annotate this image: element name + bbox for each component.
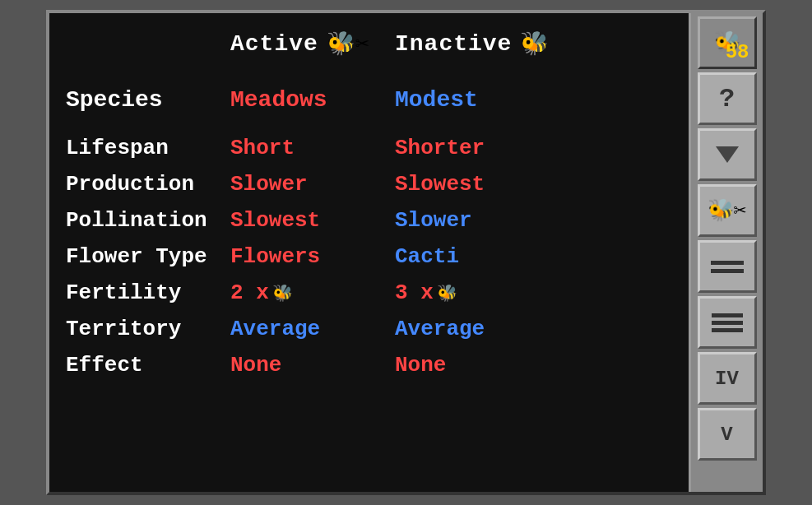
flower-type-row: Flower Type Flowers Cacti	[66, 239, 672, 274]
ii-button[interactable]	[698, 240, 757, 293]
effect-inactive-value: None	[395, 353, 559, 378]
pollination-active-value: Slowest	[230, 208, 395, 233]
fertility-inactive-bee: 🐝	[437, 283, 457, 303]
question-mark-icon: ?	[719, 84, 735, 114]
main-window: Active 🐝✂️ Inactive 🐝 Species Meadows Mo…	[46, 10, 766, 495]
pause-icon	[711, 261, 744, 273]
fertility-inactive-value: 3 x 🐝	[395, 280, 559, 305]
territory-row: Territory Average Average	[66, 312, 672, 346]
counter-button[interactable]: 🐝 58	[698, 16, 757, 69]
production-inactive-value: Slowest	[395, 172, 559, 197]
pollination-row: Pollination Slowest Slower	[66, 203, 672, 238]
fertility-active-bee: 🐝	[272, 283, 293, 303]
bee-button[interactable]: 🐝✂️	[698, 184, 757, 237]
flower-type-active-value: Flowers	[230, 244, 395, 269]
species-active-value: Meadows	[230, 87, 395, 113]
lifespan-label: Lifespan	[66, 136, 230, 160]
active-bee-icon: 🐝✂️	[327, 30, 369, 58]
header-row: Active 🐝✂️ Inactive 🐝	[230, 21, 672, 74]
fertility-row: Fertility 2 x 🐝 3 x 🐝	[66, 276, 672, 310]
arrow-down-button[interactable]	[698, 128, 757, 181]
territory-label: Territory	[66, 317, 230, 341]
pollination-inactive-value: Slower	[395, 208, 559, 233]
arrow-down-icon	[716, 146, 739, 163]
active-label: Active	[230, 31, 318, 57]
iv-button[interactable]: IV	[698, 352, 757, 405]
fertility-active-value: 2 x 🐝	[230, 280, 395, 305]
lifespan-row: Lifespan Short Shorter	[66, 131, 672, 165]
territory-inactive-value: Average	[395, 317, 559, 341]
sidebar: 🐝 58 ? 🐝✂️	[689, 13, 763, 492]
content-area: Active 🐝✂️ Inactive 🐝 Species Meadows Mo…	[49, 13, 689, 492]
species-label: Species	[66, 87, 230, 113]
flower-type-label: Flower Type	[66, 244, 230, 269]
counter-value: 58	[726, 41, 749, 63]
species-inactive-value: Modest	[395, 87, 559, 113]
bee-icon: 🐝✂️	[708, 197, 747, 224]
effect-row: Effect None None	[66, 348, 672, 382]
iii-button[interactable]	[698, 296, 757, 349]
roman-four-label: IV	[715, 368, 739, 390]
v-button[interactable]: V	[698, 408, 757, 461]
production-label: Production	[66, 172, 230, 197]
territory-active-value: Average	[230, 317, 395, 341]
inactive-column-header: Inactive 🐝	[395, 30, 559, 58]
lifespan-inactive-value: Shorter	[395, 136, 559, 160]
fertility-label: Fertility	[66, 280, 230, 305]
effect-active-value: None	[230, 353, 395, 378]
lifespan-active-value: Short	[230, 136, 395, 160]
help-button[interactable]: ?	[698, 72, 757, 125]
pollination-label: Pollination	[66, 208, 230, 233]
roman-five-label: V	[721, 424, 732, 446]
inactive-bee-icon: 🐝	[520, 30, 549, 58]
triple-lines-icon	[712, 313, 743, 332]
production-row: Production Slower Slowest	[66, 167, 672, 202]
data-table: Species Meadows Modest Lifespan Short Sh…	[66, 74, 672, 484]
production-active-value: Slower	[230, 172, 395, 197]
active-column-header: Active 🐝✂️	[230, 30, 395, 58]
flower-type-inactive-value: Cacti	[395, 244, 559, 269]
effect-label: Effect	[66, 353, 230, 378]
species-row: Species Meadows Modest	[66, 74, 672, 129]
inactive-label: Inactive	[395, 31, 512, 57]
